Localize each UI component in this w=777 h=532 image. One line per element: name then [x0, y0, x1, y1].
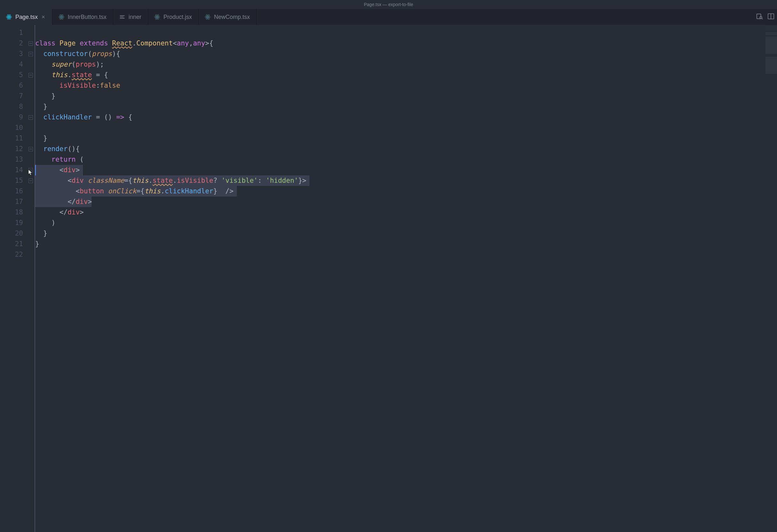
- fold-gutter[interactable]: [26, 25, 35, 532]
- code-line[interactable]: this.state = {: [35, 70, 777, 80]
- fold-toggle-icon[interactable]: [28, 168, 33, 173]
- tabbar-spacer: [257, 9, 756, 25]
- fold-marker: [26, 59, 35, 70]
- window-title: Page.tsx — export-to-file: [364, 2, 413, 7]
- tabbar-actions: [756, 9, 777, 25]
- code-line[interactable]: </div>: [35, 207, 777, 218]
- line-number[interactable]: 22: [0, 249, 26, 260]
- fold-toggle-icon[interactable]: [28, 115, 33, 120]
- line-number[interactable]: 18: [0, 207, 26, 218]
- fold-marker[interactable]: [26, 38, 35, 49]
- close-icon[interactable]: ×: [41, 14, 46, 20]
- line-number[interactable]: 21: [0, 239, 26, 249]
- line-number[interactable]: 1: [0, 27, 26, 38]
- code-line[interactable]: [35, 123, 777, 133]
- code-line[interactable]: clickHandler = () => {: [35, 112, 777, 123]
- line-number[interactable]: 20: [0, 228, 26, 239]
- code-line[interactable]: super(props);: [35, 59, 777, 70]
- editor-area[interactable]: 12345678910111213141516171819202122 clas…: [0, 25, 777, 532]
- line-number[interactable]: 12: [0, 144, 26, 154]
- line-number[interactable]: 10: [0, 123, 26, 133]
- code-line[interactable]: }: [35, 101, 777, 112]
- fold-marker[interactable]: [26, 70, 35, 80]
- code-line[interactable]: return (: [35, 154, 777, 165]
- react-icon: [58, 14, 65, 20]
- code-line[interactable]: [35, 249, 777, 260]
- fold-marker: [26, 207, 35, 218]
- fold-marker: [26, 197, 35, 207]
- line-number[interactable]: 17: [0, 197, 26, 207]
- code-line[interactable]: <div>: [35, 165, 777, 176]
- line-number[interactable]: 11: [0, 133, 26, 144]
- minimap[interactable]: [766, 25, 777, 83]
- code-line[interactable]: ): [35, 218, 777, 228]
- react-icon: [205, 14, 211, 20]
- tab-label: Page.tsx: [15, 14, 38, 20]
- line-number[interactable]: 15: [0, 176, 26, 186]
- line-number[interactable]: 19: [0, 218, 26, 228]
- svg-point-7: [61, 17, 62, 18]
- tab-page-tsx[interactable]: Page.tsx×: [0, 9, 52, 25]
- line-number[interactable]: 14: [0, 165, 26, 176]
- line-number[interactable]: 6: [0, 80, 26, 91]
- code-line[interactable]: constructor(props){: [35, 49, 777, 59]
- code-content[interactable]: class Page extends React.Component<any,a…: [35, 25, 777, 532]
- svg-point-14: [156, 17, 157, 18]
- tab-product-jsx[interactable]: Product.jsx: [148, 9, 199, 25]
- split-editor-icon[interactable]: [767, 13, 774, 21]
- line-number[interactable]: 8: [0, 101, 26, 112]
- code-line[interactable]: </div>: [35, 197, 777, 207]
- fold-marker: [26, 27, 35, 38]
- fold-toggle-icon[interactable]: [28, 147, 33, 151]
- fold-marker[interactable]: [26, 165, 35, 176]
- tab-label: inner: [129, 14, 141, 20]
- line-number[interactable]: 5: [0, 70, 26, 80]
- fold-marker: [26, 123, 35, 133]
- line-number[interactable]: 9: [0, 112, 26, 123]
- fold-toggle-icon[interactable]: [28, 73, 33, 78]
- code-line[interactable]: }: [35, 228, 777, 239]
- code-line[interactable]: }: [35, 133, 777, 144]
- tab-label: NewComp.tsx: [214, 14, 250, 20]
- react-icon: [154, 14, 160, 20]
- code-line[interactable]: [35, 27, 777, 38]
- line-number[interactable]: 7: [0, 91, 26, 101]
- fold-marker[interactable]: [26, 144, 35, 154]
- fold-toggle-icon[interactable]: [28, 52, 33, 56]
- window-titlebar: Page.tsx — export-to-file: [0, 0, 777, 9]
- line-number[interactable]: 16: [0, 186, 26, 197]
- fold-marker: [26, 154, 35, 165]
- fold-marker: [26, 228, 35, 239]
- svg-point-18: [207, 17, 208, 18]
- tab-label: Product.jsx: [163, 14, 192, 20]
- tab-bar: Page.tsx× InnerButton.tsx inner Product.…: [0, 9, 777, 25]
- find-in-file-icon[interactable]: [756, 13, 763, 21]
- fold-marker[interactable]: [26, 49, 35, 59]
- fold-marker[interactable]: [26, 112, 35, 123]
- fold-toggle-icon[interactable]: [28, 179, 33, 183]
- fold-marker: [26, 239, 35, 249]
- tab-innerbutton-tsx[interactable]: InnerButton.tsx: [52, 9, 113, 25]
- svg-line-21: [762, 18, 763, 19]
- line-number[interactable]: 2: [0, 38, 26, 49]
- code-line[interactable]: class Page extends React.Component<any,a…: [35, 38, 777, 49]
- fold-marker: [26, 133, 35, 144]
- react-icon: [6, 14, 12, 20]
- fold-marker[interactable]: [26, 176, 35, 186]
- fold-marker: [26, 80, 35, 91]
- code-line[interactable]: }: [35, 91, 777, 101]
- tab-newcomp-tsx[interactable]: NewComp.tsx: [199, 9, 257, 25]
- code-line[interactable]: }: [35, 239, 777, 249]
- tab-inner[interactable]: inner: [113, 9, 148, 25]
- tab-label: InnerButton.tsx: [68, 14, 107, 20]
- lines-icon: [119, 14, 125, 20]
- line-number-gutter[interactable]: 12345678910111213141516171819202122: [0, 25, 26, 532]
- fold-toggle-icon[interactable]: [28, 41, 33, 46]
- text-caret: [35, 165, 36, 176]
- fold-marker: [26, 249, 35, 260]
- line-number[interactable]: 13: [0, 154, 26, 165]
- code-line[interactable]: isVisible:false: [35, 80, 777, 91]
- line-number[interactable]: 4: [0, 59, 26, 70]
- line-number[interactable]: 3: [0, 49, 26, 59]
- code-line[interactable]: render(){: [35, 144, 777, 154]
